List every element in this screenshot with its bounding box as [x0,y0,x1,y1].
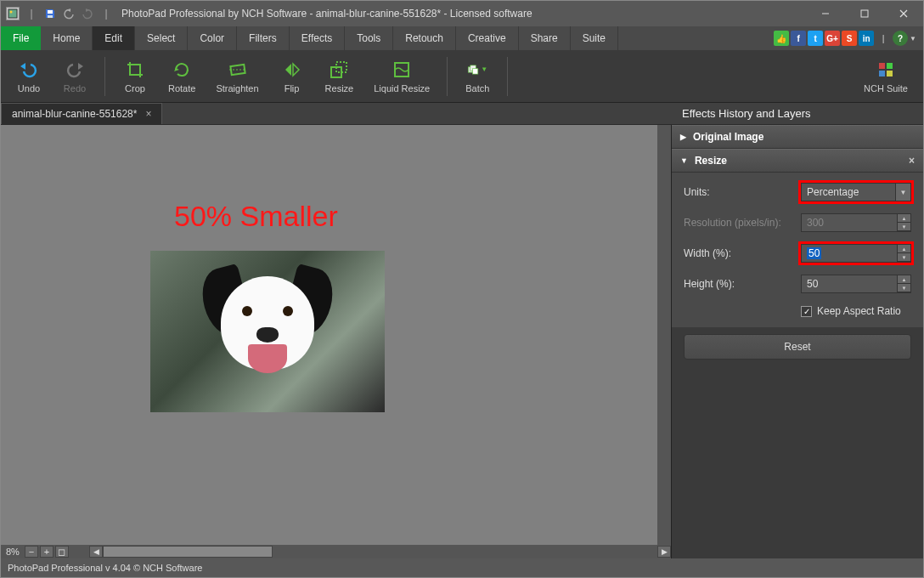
nch-suite-button[interactable]: NCH Suite [855,56,916,97]
nch-suite-icon [876,60,896,80]
width-input[interactable]: 50 ▲▼ [801,244,911,263]
facebook-icon[interactable]: f [791,31,806,46]
twitter-icon[interactable]: t [808,31,823,46]
menu-edit[interactable]: Edit [93,26,135,50]
maximize-button[interactable] [845,1,884,26]
keep-aspect-label: Keep Aspect Ratio [817,305,901,317]
app-icon [6,7,20,20]
scrollbar-vertical[interactable] [657,125,671,545]
undo-icon [19,60,39,80]
keep-aspect-checkbox[interactable]: ✓ [801,306,812,317]
units-value: Percentage [807,186,859,198]
minimize-button[interactable] [806,1,845,26]
menu-home[interactable]: Home [41,26,93,50]
scroll-right-icon[interactable]: ▶ [657,546,671,558]
section-close-icon[interactable]: × [909,155,915,167]
menu-creative[interactable]: Creative [456,26,519,50]
menu-retouch[interactable]: Retouch [393,26,456,50]
units-dropdown-icon[interactable]: ▼ [895,184,910,201]
width-spin-up[interactable]: ▲ [898,245,910,253]
svg-rect-17 [887,63,893,69]
flip-label: Flip [285,83,300,94]
scrollbar-horizontal[interactable] [103,546,273,558]
batch-button[interactable]: ▼ Batch [456,56,499,97]
titlebar-sep: | [25,7,38,20]
undo-qat-icon[interactable] [62,7,76,20]
side-panel: Effects History and Layers ▶ Original Im… [672,103,923,558]
crop-button[interactable]: Crop [114,56,156,97]
section-original-image[interactable]: ▶ Original Image [672,125,923,149]
zoom-out-button[interactable]: − [25,546,38,558]
rotate-label: Rotate [168,83,195,94]
resize-section-body: Units: Percentage ▼ Resolution (pixels/i… [672,173,923,327]
menu-suite[interactable]: Suite [571,26,618,50]
toolbar-sep-1 [104,57,105,96]
redo-button[interactable]: Redo [54,56,96,97]
flip-icon [282,60,302,80]
height-spin-down[interactable]: ▼ [898,284,910,292]
redo-qat-icon[interactable] [81,7,94,20]
batch-label: Batch [465,83,489,94]
stumble-icon[interactable]: S [842,31,857,46]
flip-button[interactable]: Flip [271,56,313,97]
undo-button[interactable]: Undo [8,56,50,97]
help-dropdown-icon[interactable]: ▼ [910,35,916,42]
liquid-resize-label: Liquid Resize [374,83,430,94]
linkedin-icon[interactable]: in [859,31,874,46]
rotate-button[interactable]: Rotate [160,56,204,97]
annotation-text: 50% Smaller [174,200,338,233]
liquid-resize-button[interactable]: Liquid Resize [365,56,438,97]
scroll-left-icon[interactable]: ◀ [89,546,103,558]
svg-rect-15 [473,68,478,73]
google-plus-icon[interactable]: G+ [825,31,840,46]
help-icon[interactable]: ? [893,31,908,46]
menu-effects[interactable]: Effects [290,26,345,50]
document-tab[interactable]: animal-blur-canine-551628* × [1,103,162,124]
like-icon[interactable]: 👍 [774,31,789,46]
resize-label: Resize [325,83,354,94]
straighten-button[interactable]: Straighten [207,56,267,97]
canvas-viewport[interactable]: 50% Smaller 8% − + ◻ ◀ ▶ [1,125,672,558]
save-icon[interactable] [43,7,57,20]
window-title: PhotoPad Professional by NCH Software - … [118,8,806,20]
svg-rect-2 [48,10,53,14]
nch-suite-label: NCH Suite [864,83,908,94]
reset-label: Reset [784,341,810,353]
resize-button[interactable]: Resize [317,56,363,97]
close-button[interactable] [884,1,923,26]
menu-tools[interactable]: Tools [345,26,393,50]
height-value: 50 [807,278,818,290]
menubar-sep: | [876,31,891,46]
document-tab-close-icon[interactable]: × [145,108,151,120]
svg-rect-5 [861,10,868,17]
width-spin-down[interactable]: ▼ [898,253,910,262]
straighten-label: Straighten [216,83,258,94]
canvas-area: animal-blur-canine-551628* × 50% Smaller… [1,103,672,558]
svg-rect-18 [879,71,885,76]
units-select[interactable]: Percentage ▼ [801,183,911,201]
document-tab-label: animal-blur-canine-551628* [12,108,137,120]
titlebar-sep2: | [99,7,113,20]
zoom-fit-button[interactable]: ◻ [55,546,69,558]
batch-dropdown-icon[interactable]: ▼ [481,65,487,73]
menu-color[interactable]: Color [188,26,237,50]
menu-file[interactable]: File [1,26,41,50]
undo-label: Undo [18,83,40,94]
straighten-icon [228,60,248,80]
status-text: PhotoPad Professional v 4.04 © NCH Softw… [8,563,202,573]
toolbar-sep-2 [447,57,448,96]
section-resize[interactable]: ▼ Resize × [672,149,923,173]
menu-filters[interactable]: Filters [237,26,290,50]
zoom-in-button[interactable]: + [40,546,54,558]
height-label: Height (%): [684,278,801,290]
height-spin-up[interactable]: ▲ [898,275,910,284]
redo-label: Redo [64,83,86,94]
crop-label: Crop [125,83,145,94]
svg-rect-3 [48,15,53,18]
height-input[interactable]: 50 ▲▼ [801,275,911,293]
reset-button[interactable]: Reset [684,334,911,360]
toolbar: Undo Redo Crop Rotate Straighten Flip Re… [1,50,923,103]
menu-share[interactable]: Share [519,26,571,50]
menu-select[interactable]: Select [135,26,188,50]
toolbar-sep-3 [507,57,508,96]
